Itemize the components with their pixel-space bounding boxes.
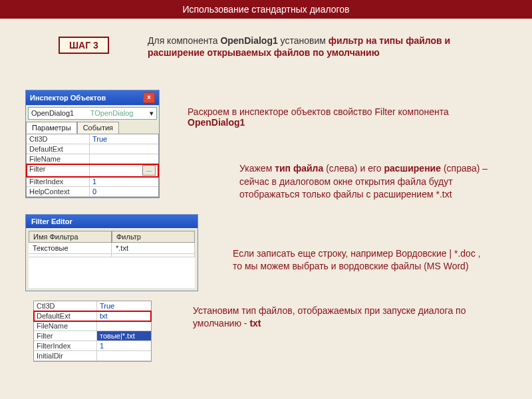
caption-file-type: Укажем тип файла (слева) и его расширени…	[239, 162, 492, 201]
c2c: (слева) и его	[323, 163, 384, 174]
step-badge: ШАГ 3	[59, 37, 109, 54]
table-row[interactable]: FilterIndex 1	[34, 341, 151, 351]
table-row[interactable]: Ctl3D True	[34, 301, 151, 311]
table-row[interactable]: Filter товые|*.txt	[34, 331, 151, 341]
table-row-defaultext[interactable]: DefaultExt txt	[34, 311, 151, 321]
prop-name: FilterIndex	[34, 341, 97, 350]
prop-value	[90, 144, 158, 154]
c2a: Укажем	[239, 163, 275, 174]
filter-cell-mask	[112, 254, 195, 257]
prop-value: 0	[90, 187, 158, 196]
component-selector[interactable]: OpenDialog1 TOpenDialog ▾	[28, 107, 157, 120]
table-row-filter[interactable]: Filter …	[27, 164, 158, 177]
intro-component: OpenDialog1	[220, 35, 277, 46]
prop-value: txt	[97, 311, 151, 321]
prop-value	[97, 351, 151, 360]
filter-editor-title: Filter Editor	[26, 215, 198, 228]
prop-value: True	[90, 134, 158, 144]
prop-name: Filter	[34, 331, 97, 340]
chevron-down-icon: ▾	[150, 109, 154, 118]
inspector-titlebar: Инспектор Объектов ×	[26, 90, 159, 105]
ellipsis-button[interactable]: …	[142, 165, 156, 176]
table-row[interactable]: FileName	[34, 321, 151, 331]
prop-value: 1	[90, 177, 158, 186]
c2b: тип файла	[275, 163, 323, 174]
filter-row[interactable]: Текстовые *.txt	[29, 243, 195, 254]
table-row[interactable]: FileName	[27, 154, 158, 164]
prop-name: HelpContext	[27, 187, 90, 196]
prop-name: Filter	[27, 164, 90, 176]
c2d: расширение	[384, 163, 441, 174]
intro-t1: Для компонента	[148, 35, 220, 46]
tab-parameters[interactable]: Параметры	[26, 122, 77, 134]
col-filter-mask: Фильтр	[112, 231, 195, 243]
property-grid: Ctl3D True DefaultExt FileName Filter … …	[26, 134, 159, 198]
table-row[interactable]: Ctl3D True	[27, 134, 158, 144]
inspector-snippet: Ctl3D True DefaultExt txt FileName Filte…	[33, 301, 152, 362]
filter-grid: Имя Фильтра Фильтр Текстовые *.txt	[29, 231, 195, 288]
inspector-title: Инспектор Объектов	[30, 94, 106, 102]
prop-name: InitialDir	[34, 351, 97, 360]
filter-cell-name: Текстовые	[29, 243, 112, 253]
intro-t3: установим	[278, 35, 329, 46]
prop-name: Ctl3D	[34, 301, 97, 311]
inspector-tabs: Параметры События	[26, 122, 159, 134]
object-inspector-window: Инспектор Объектов × OpenDialog1 TOpenDi…	[25, 90, 160, 198]
prop-name: Ctl3D	[27, 134, 90, 144]
prop-name: DefaultExt	[27, 144, 90, 154]
filter-cell-name	[29, 254, 112, 257]
prop-value: 1	[97, 341, 151, 350]
page-title: Использование стандартных диалогов	[0, 0, 532, 19]
prop-name: FileName	[34, 321, 97, 331]
combo-name: OpenDialog1	[31, 109, 74, 118]
c1a: Раскроем в инспекторе объектов свойство …	[188, 106, 449, 117]
filter-editor-window: Filter Editor Имя Фильтра Фильтр Текстов…	[25, 214, 198, 291]
c4a: Установим тип файлов, отображаемых при з…	[193, 305, 466, 329]
prop-value: True	[97, 301, 151, 311]
prop-value: …	[90, 164, 158, 176]
col-filter-name: Имя Фильтра	[29, 231, 112, 243]
prop-name: FilterIndex	[27, 177, 90, 186]
intro-paragraph: Для компонента OpenDialog1 установим фил…	[148, 35, 480, 59]
prop-value	[90, 154, 158, 164]
filter-cell-mask: *.txt	[112, 243, 195, 253]
caption-default-ext: Установим тип файлов, отображаемых при з…	[193, 305, 499, 330]
table-row[interactable]: InitialDir	[34, 351, 151, 361]
prop-name: DefaultExt	[34, 311, 97, 321]
c1b: OpenDialog1	[188, 117, 245, 128]
prop-name: FileName	[27, 154, 90, 164]
combo-type: TOpenDialog	[90, 109, 134, 118]
prop-value-selected: товые|*.txt	[97, 331, 151, 340]
filter-grid-empty	[29, 257, 195, 288]
filter-header: Имя Фильтра Фильтр	[29, 231, 195, 243]
tab-events[interactable]: События	[77, 122, 119, 134]
table-row[interactable]: HelpContext 0	[27, 187, 158, 197]
table-row[interactable]: FilterIndex 1	[27, 177, 158, 187]
table-row[interactable]: DefaultExt	[27, 144, 158, 154]
caption-doc-line: Если записать еще строку, например Вордо…	[233, 247, 485, 273]
caption-filter-expand: Раскроем в инспекторе объектов свойство …	[188, 106, 480, 128]
prop-value	[97, 321, 151, 331]
c4b: txt	[249, 318, 261, 329]
close-icon[interactable]: ×	[143, 92, 155, 103]
